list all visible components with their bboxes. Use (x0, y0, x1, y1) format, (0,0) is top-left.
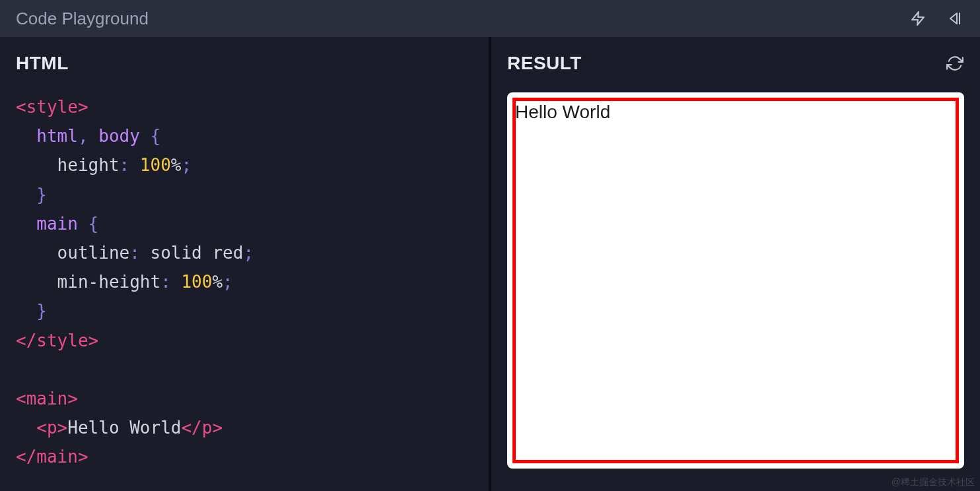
lightning-icon[interactable] (909, 9, 927, 28)
code-token: <main> (16, 389, 78, 409)
code-panel: HTML <style> html, body { height: 100%; … (0, 37, 490, 491)
result-panel: RESULT Hello World @稀土掘金技术社区 (490, 37, 980, 491)
reset-icon[interactable] (946, 9, 964, 28)
code-token: </p> (181, 418, 223, 438)
code-token: ; (223, 272, 233, 292)
app-title: Code Playground (16, 9, 149, 29)
result-panel-title: RESULT (507, 53, 582, 74)
code-token: min-height (16, 272, 160, 292)
code-token: main (16, 214, 88, 234)
code-editor[interactable]: <style> html, body { height: 100%; } mai… (16, 92, 473, 471)
code-token: 100 (140, 155, 171, 175)
code-token: % (212, 272, 223, 292)
code-token: } (16, 185, 47, 205)
code-token: ; (181, 155, 192, 175)
code-token: { (88, 214, 99, 234)
code-token: : (160, 272, 181, 292)
code-token: outline (16, 243, 129, 263)
result-frame: Hello World (507, 92, 964, 469)
code-token: </style> (16, 331, 98, 350)
result-text: Hello World (514, 99, 958, 125)
code-token: ; (243, 243, 254, 263)
code-token: { (151, 126, 161, 146)
code-token: 100 (181, 272, 212, 292)
code-token: Hello World (67, 418, 181, 438)
refresh-icon[interactable] (946, 54, 964, 73)
code-token: solid red (151, 243, 244, 263)
watermark: @稀土掘金技术社区 (892, 476, 975, 488)
result-panel-header: RESULT (507, 53, 964, 74)
main-content: HTML <style> html, body { height: 100%; … (0, 37, 980, 491)
code-token: % (171, 155, 182, 175)
code-token: html (16, 126, 78, 146)
code-token: } (16, 301, 47, 321)
app-header: Code Playground (0, 0, 980, 37)
code-token: <p> (16, 418, 67, 438)
header-actions (909, 9, 964, 28)
code-token: body (98, 126, 150, 146)
svg-marker-1 (950, 13, 957, 24)
code-token: , (78, 126, 98, 146)
code-token: : (120, 155, 140, 175)
code-token: : (129, 243, 150, 263)
result-preview: Hello World (514, 99, 958, 462)
code-panel-header: HTML (16, 53, 473, 74)
code-token: <style> (16, 97, 88, 117)
code-panel-title: HTML (16, 53, 69, 74)
code-token: </main> (16, 447, 88, 467)
svg-marker-0 (912, 12, 924, 25)
code-token: height (16, 155, 120, 175)
